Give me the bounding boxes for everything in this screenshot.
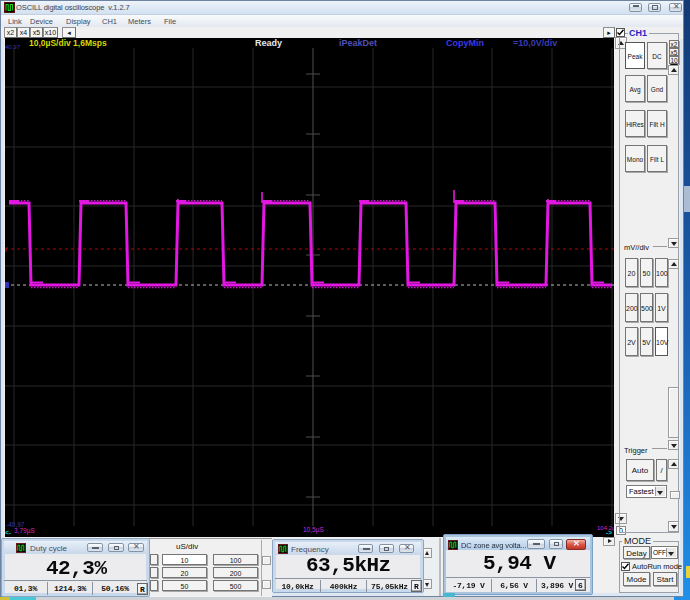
svg-text:10,0µS/div 1,6Msps: 10,0µS/div 1,6Msps	[29, 38, 107, 48]
svg-text:=10,0V/div: =10,0V/div	[513, 38, 557, 48]
svg-text:Ready: Ready	[255, 38, 282, 48]
svg-text:->: ->	[606, 529, 612, 536]
svg-text:40,97: 40,97	[5, 44, 21, 50]
svg-text:10,5µS: 10,5µS	[303, 526, 324, 534]
svg-text:<-: <-	[5, 529, 11, 536]
svg-text:iPeakDet: iPeakDet	[339, 38, 377, 48]
svg-text:CopyMin: CopyMin	[446, 38, 484, 48]
svg-text:3,79µS: 3,79µS	[14, 527, 35, 535]
